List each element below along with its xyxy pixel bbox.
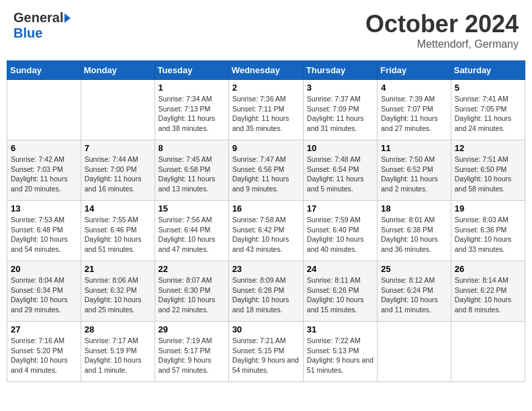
calendar-cell: 21Sunrise: 8:06 AM Sunset: 6:32 PM Dayli… [81, 261, 154, 322]
day-number: 17 [307, 203, 373, 214]
calendar-cell: 30Sunrise: 7:21 AM Sunset: 5:15 PM Dayli… [228, 322, 303, 382]
calendar-cell: 25Sunrise: 8:12 AM Sunset: 6:24 PM Dayli… [378, 261, 451, 322]
calendar-table: SundayMondayTuesdayWednesdayThursdayFrid… [7, 60, 525, 382]
day-number: 18 [381, 203, 447, 214]
day-number: 14 [85, 203, 151, 214]
day-number: 4 [381, 83, 447, 93]
calendar-cell: 8Sunrise: 7:45 AM Sunset: 6:58 PM Daylig… [154, 140, 228, 201]
day-info: Sunrise: 7:45 AM Sunset: 6:58 PM Dayligh… [159, 154, 225, 194]
day-info: Sunrise: 7:21 AM Sunset: 5:15 PM Dayligh… [232, 336, 300, 375]
day-info: Sunrise: 7:42 AM Sunset: 7:03 PM Dayligh… [11, 154, 77, 194]
day-info: Sunrise: 8:01 AM Sunset: 6:38 PM Dayligh… [381, 215, 447, 255]
day-info: Sunrise: 8:14 AM Sunset: 6:22 PM Dayligh… [455, 275, 521, 315]
location-title: Mettendorf, Germany [365, 38, 519, 50]
day-number: 11 [381, 143, 447, 153]
calendar-cell: 12Sunrise: 7:51 AM Sunset: 6:50 PM Dayli… [451, 140, 525, 201]
header-day-saturday: Saturday [451, 61, 525, 80]
day-number: 13 [11, 203, 77, 214]
day-number: 16 [232, 203, 300, 214]
day-info: Sunrise: 7:34 AM Sunset: 7:13 PM Dayligh… [159, 94, 225, 134]
day-info: Sunrise: 7:41 AM Sunset: 7:05 PM Dayligh… [455, 94, 521, 134]
day-info: Sunrise: 7:53 AM Sunset: 6:48 PM Dayligh… [11, 215, 77, 255]
day-number: 7 [85, 143, 151, 153]
day-info: Sunrise: 7:44 AM Sunset: 7:00 PM Dayligh… [85, 154, 151, 194]
calendar-cell: 22Sunrise: 8:07 AM Sunset: 6:30 PM Dayli… [154, 261, 228, 322]
day-number: 26 [455, 264, 521, 274]
day-info: Sunrise: 8:11 AM Sunset: 6:26 PM Dayligh… [307, 275, 373, 315]
calendar-cell: 11Sunrise: 7:50 AM Sunset: 6:52 PM Dayli… [378, 140, 451, 201]
day-info: Sunrise: 8:03 AM Sunset: 6:36 PM Dayligh… [455, 215, 521, 255]
day-info: Sunrise: 7:56 AM Sunset: 6:44 PM Dayligh… [159, 215, 225, 255]
calendar-cell: 2Sunrise: 7:36 AM Sunset: 7:11 PM Daylig… [228, 80, 303, 140]
header-day-monday: Monday [81, 61, 154, 80]
calendar-cell: 10Sunrise: 7:48 AM Sunset: 6:54 PM Dayli… [303, 140, 377, 201]
title-block: October 2024 Mettendorf, Germany [365, 10, 519, 50]
day-info: Sunrise: 7:58 AM Sunset: 6:42 PM Dayligh… [232, 215, 300, 255]
day-number: 29 [159, 324, 225, 334]
day-info: Sunrise: 7:16 AM Sunset: 5:20 PM Dayligh… [11, 336, 77, 375]
day-number: 6 [11, 143, 77, 153]
day-info: Sunrise: 7:22 AM Sunset: 5:13 PM Dayligh… [307, 336, 373, 375]
day-info: Sunrise: 8:09 AM Sunset: 6:28 PM Dayligh… [232, 275, 300, 315]
header-day-tuesday: Tuesday [154, 61, 228, 80]
calendar-cell: 3Sunrise: 7:37 AM Sunset: 7:09 PM Daylig… [303, 80, 377, 140]
calendar-cell: 19Sunrise: 8:03 AM Sunset: 6:36 PM Dayli… [451, 201, 525, 261]
day-info: Sunrise: 7:36 AM Sunset: 7:11 PM Dayligh… [232, 94, 300, 134]
calendar-week-row: 1Sunrise: 7:34 AM Sunset: 7:13 PM Daylig… [7, 80, 525, 140]
day-info: Sunrise: 8:12 AM Sunset: 6:24 PM Dayligh… [381, 275, 447, 315]
calendar-cell: 17Sunrise: 7:59 AM Sunset: 6:40 PM Dayli… [303, 201, 377, 261]
day-number: 23 [232, 264, 300, 274]
month-title: October 2024 [365, 10, 519, 38]
calendar-week-row: 27Sunrise: 7:16 AM Sunset: 5:20 PM Dayli… [7, 322, 525, 382]
day-number: 1 [159, 83, 225, 93]
day-info: Sunrise: 7:47 AM Sunset: 6:56 PM Dayligh… [232, 154, 300, 194]
calendar-cell: 28Sunrise: 7:17 AM Sunset: 5:19 PM Dayli… [81, 322, 154, 382]
day-number: 28 [85, 324, 151, 334]
day-number: 12 [455, 143, 521, 153]
day-number: 3 [307, 83, 373, 93]
day-number: 15 [159, 203, 225, 214]
day-number: 24 [307, 264, 373, 274]
day-number: 8 [159, 143, 225, 153]
logo: General Blue [13, 10, 71, 41]
day-number: 10 [307, 143, 373, 153]
day-number: 5 [455, 83, 521, 93]
day-number: 21 [85, 264, 151, 274]
day-number: 22 [159, 264, 225, 274]
day-number: 2 [232, 83, 300, 93]
header-day-friday: Friday [378, 61, 451, 80]
calendar-header-row: SundayMondayTuesdayWednesdayThursdayFrid… [7, 61, 525, 80]
calendar-cell: 9Sunrise: 7:47 AM Sunset: 6:56 PM Daylig… [228, 140, 303, 201]
calendar-week-row: 20Sunrise: 8:04 AM Sunset: 6:34 PM Dayli… [7, 261, 525, 322]
calendar-cell: 18Sunrise: 8:01 AM Sunset: 6:38 PM Dayli… [378, 201, 451, 261]
calendar-cell: 27Sunrise: 7:16 AM Sunset: 5:20 PM Dayli… [7, 322, 81, 382]
day-number: 19 [455, 203, 521, 214]
day-number: 9 [232, 143, 300, 153]
day-info: Sunrise: 7:39 AM Sunset: 7:07 PM Dayligh… [381, 94, 447, 134]
calendar-cell: 20Sunrise: 8:04 AM Sunset: 6:34 PM Dayli… [7, 261, 81, 322]
calendar-cell: 29Sunrise: 7:19 AM Sunset: 5:17 PM Dayli… [154, 322, 228, 382]
calendar-cell [7, 80, 81, 140]
day-info: Sunrise: 8:06 AM Sunset: 6:32 PM Dayligh… [85, 275, 151, 315]
header-day-wednesday: Wednesday [228, 61, 303, 80]
page-header: General Blue October 2024 Mettendorf, Ge… [7, 7, 525, 54]
calendar-cell: 1Sunrise: 7:34 AM Sunset: 7:13 PM Daylig… [154, 80, 228, 140]
day-info: Sunrise: 7:55 AM Sunset: 6:46 PM Dayligh… [85, 215, 151, 255]
calendar-cell: 6Sunrise: 7:42 AM Sunset: 7:03 PM Daylig… [7, 140, 81, 201]
day-info: Sunrise: 7:37 AM Sunset: 7:09 PM Dayligh… [307, 94, 373, 134]
logo-triangle-icon [64, 13, 71, 23]
calendar-cell: 13Sunrise: 7:53 AM Sunset: 6:48 PM Dayli… [7, 201, 81, 261]
calendar-week-row: 13Sunrise: 7:53 AM Sunset: 6:48 PM Dayli… [7, 201, 525, 261]
day-info: Sunrise: 8:07 AM Sunset: 6:30 PM Dayligh… [159, 275, 225, 315]
day-info: Sunrise: 8:04 AM Sunset: 6:34 PM Dayligh… [11, 275, 77, 315]
logo-general-text: General [13, 10, 63, 26]
calendar-cell: 23Sunrise: 8:09 AM Sunset: 6:28 PM Dayli… [228, 261, 303, 322]
logo-blue-text: Blue [13, 26, 42, 41]
day-info: Sunrise: 7:59 AM Sunset: 6:40 PM Dayligh… [307, 215, 373, 255]
calendar-cell [378, 322, 451, 382]
header-day-sunday: Sunday [7, 61, 81, 80]
day-info: Sunrise: 7:51 AM Sunset: 6:50 PM Dayligh… [455, 154, 521, 194]
day-info: Sunrise: 7:19 AM Sunset: 5:17 PM Dayligh… [159, 336, 225, 375]
calendar-cell: 15Sunrise: 7:56 AM Sunset: 6:44 PM Dayli… [154, 201, 228, 261]
day-number: 27 [11, 324, 77, 334]
